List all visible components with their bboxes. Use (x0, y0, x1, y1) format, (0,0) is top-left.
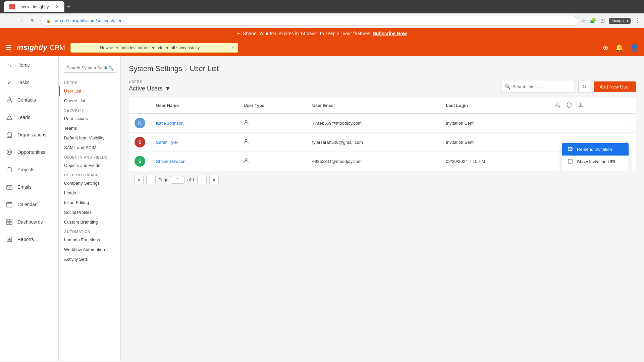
tab-close-button[interactable]: ✕ (56, 4, 59, 9)
add-user-button[interactable]: Add New User (594, 81, 636, 92)
new-tab-button[interactable]: + (67, 3, 71, 10)
extensions-icon[interactable]: 🧩 (590, 17, 596, 24)
resend-label: Re-send Invitation (577, 147, 612, 152)
svg-point-13 (556, 103, 558, 105)
col-user-name: User Name (151, 98, 238, 114)
svg-point-14 (245, 120, 247, 122)
sidebar-label-tasks: Tasks (17, 80, 30, 85)
section-label-objects: OBJECTS AND FIELDS (59, 153, 120, 161)
subscribe-link[interactable]: Subscribe Now (373, 31, 407, 36)
user-account-icon[interactable]: 👤 (630, 44, 639, 52)
row-name-cell: Shane Dawson (151, 152, 238, 171)
nav-custom-branding[interactable]: Custom Branding (59, 217, 120, 227)
nav-inline-editing[interactable]: Inline Editing (59, 198, 120, 207)
sidebar-item-organizations[interactable]: Organizations (0, 126, 58, 143)
app-header: ☰ insightly CRM New user login invitatio… (0, 39, 644, 56)
nav-activity-sets[interactable]: Activity Sets (59, 254, 120, 264)
next-page-button[interactable]: › (197, 175, 207, 184)
refresh-button[interactable]: ↻ (578, 81, 590, 93)
add-icon[interactable]: ⊕ (603, 44, 608, 52)
row-checkbox-cell: S (129, 152, 151, 171)
sidebar-item-calendar[interactable]: Calendar (0, 196, 58, 213)
notification-banner: New user login invitation sent via email… (70, 43, 238, 53)
nav-default-item-visibility[interactable]: Default Item Visibility (59, 133, 120, 143)
nav-lambda-functions[interactable]: Lambda Functions (59, 235, 120, 245)
user-type-icon (244, 159, 249, 164)
status-bar: https://crm.na1.insightly.com/Settings/U… (0, 361, 644, 362)
sidebar-item-opportunities[interactable]: Opportunities (0, 143, 58, 161)
svg-rect-10 (7, 222, 9, 225)
section-users-label: USERS (129, 80, 171, 84)
nav-objects-fields[interactable]: Objects and Fields (59, 161, 120, 170)
search-box[interactable]: 🔍 (501, 81, 575, 93)
nav-user-list[interactable]: User List (59, 86, 120, 96)
notifications-icon[interactable]: 🔔 (615, 44, 624, 52)
tab-title: Users - Insightly (17, 4, 49, 9)
hamburger-menu[interactable]: ☰ (5, 44, 11, 52)
row-name-cell: Katie Johnson (151, 113, 238, 133)
sidebar-item-tasks[interactable]: ✓ Tasks (0, 74, 58, 91)
search-input[interactable] (513, 84, 571, 89)
row-menu-button[interactable]: ⋮ (623, 119, 630, 127)
active-tab[interactable]: I Users - Insightly ✕ (4, 1, 64, 12)
prev-page-button[interactable]: ‹ (146, 175, 156, 184)
download-icon[interactable] (578, 102, 584, 109)
product-label: CRM (50, 44, 65, 52)
breadcrumb-parent[interactable]: System Settings (129, 64, 182, 73)
last-page-button[interactable]: » (209, 175, 219, 184)
forward-button[interactable]: → (16, 16, 25, 25)
sidebar-item-contacts[interactable]: Contacts (0, 91, 58, 109)
bookmark-icon[interactable]: ☆ (581, 17, 586, 24)
user-type-icon (244, 120, 249, 126)
sidebar-label-projects: Projects (17, 167, 35, 172)
menu-icon[interactable]: ⋮ (635, 17, 640, 24)
context-menu-delete[interactable]: Delete User (562, 168, 629, 171)
breadcrumb: System Settings › User List (129, 64, 636, 73)
user-name-cell: Sarah Tyler (156, 140, 233, 145)
row-type-cell (238, 133, 307, 152)
page-number-input[interactable] (171, 176, 184, 184)
add-user-icon[interactable] (555, 102, 561, 109)
row-login-cell: Invitation Sent (440, 113, 549, 133)
settings-search[interactable]: 🔍 (63, 63, 116, 73)
svg-rect-2 (7, 134, 12, 137)
settings-search-icon: 🔍 (108, 65, 114, 70)
first-page-button[interactable]: « (134, 175, 144, 184)
contacts-icon (5, 96, 13, 104)
context-menu-resend[interactable]: Re-send Invitation (562, 143, 629, 156)
svg-point-15 (245, 139, 247, 141)
sidebar-item-leads[interactable]: Leads (0, 109, 58, 126)
row-email-cell: 77aeb559@moodjoy.com (307, 113, 441, 133)
nav-queue-list[interactable]: Queue List (59, 96, 120, 106)
nav-workflow-automation[interactable]: Workflow Automation (59, 245, 120, 254)
nav-teams[interactable]: Teams (59, 123, 120, 133)
profile-icon[interactable]: ⊡ (600, 17, 605, 24)
table-wrapper: User Name User Type User Email Last Logi… (129, 98, 636, 188)
sidebar-label-contacts: Contacts (17, 97, 36, 103)
user-name-link[interactable]: Shane Dawson (156, 159, 185, 164)
sidebar-item-dashboards[interactable]: Dashboards (0, 213, 58, 231)
section-label-automation: AUTOMATION (59, 227, 120, 235)
sidebar-item-reports[interactable]: Reports (0, 231, 58, 248)
table-header-icons (555, 102, 630, 109)
context-menu-show-url[interactable]: Show Invitation URL (562, 156, 629, 168)
nav-permissions[interactable]: Permissions (59, 114, 120, 123)
sidebar-item-projects[interactable]: Projects (0, 161, 58, 178)
sidebar-item-home[interactable]: ⌂ Home (0, 56, 58, 74)
reload-button[interactable]: ↻ (28, 16, 38, 25)
svg-point-4 (8, 151, 10, 153)
sidebar-item-emails[interactable]: Emails (0, 178, 58, 196)
address-text: crm.na1.insightly.com/settings/users (54, 18, 124, 23)
user-name-link[interactable]: Sarah Tyler (156, 140, 178, 145)
address-bar[interactable]: 🔒 crm.na1.insightly.com/settings/users (40, 16, 578, 26)
nav-company-settings[interactable]: Company Settings (59, 178, 120, 188)
nav-saml-scim[interactable]: SAML and SCIM (59, 143, 120, 153)
notification-close[interactable]: × (231, 45, 234, 51)
user-name-link[interactable]: Katie Johnson (156, 121, 183, 126)
nav-social-profiles[interactable]: Social Profiles (59, 207, 120, 217)
user-type-dropdown[interactable]: Active Users ▼ (129, 84, 171, 94)
svg-point-19 (245, 159, 247, 161)
back-button[interactable]: ← (4, 16, 13, 25)
nav-leads-ui[interactable]: Leads (59, 188, 120, 198)
shield-icon[interactable] (566, 102, 572, 109)
